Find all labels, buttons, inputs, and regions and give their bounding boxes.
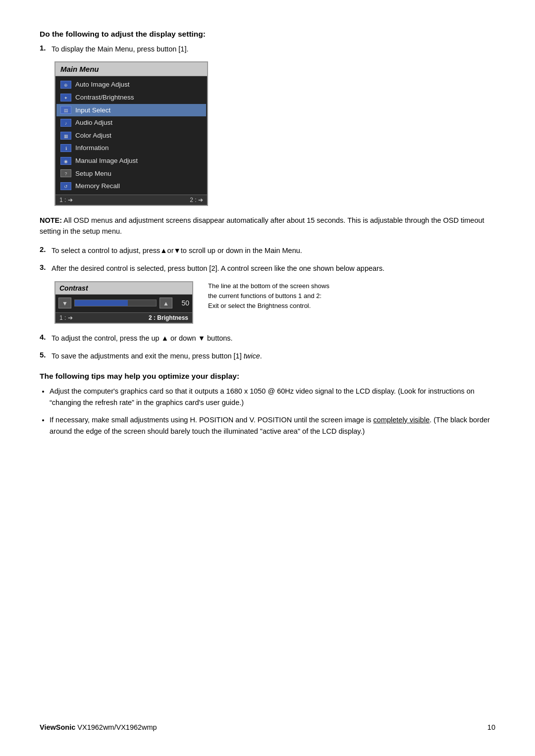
decrease-btn: ▼	[58, 298, 71, 308]
auto-image-adjust-icon: ⊕	[60, 81, 71, 89]
tip-1-text: Adjust the computer's graphics card so t…	[50, 387, 475, 406]
menu-item-auto-image-adjust: ⊕ Auto Image Adjust	[56, 78, 206, 91]
menu-item-label: Auto Image Adjust	[75, 79, 130, 90]
main-menu-diagram: Main Menu ⊕ Auto Image Adjust ✦ Contrast…	[54, 61, 208, 205]
footer: ViewSonic VX1962wm/VX1962wmp 10	[40, 723, 495, 731]
input-select-icon: ▤	[60, 106, 71, 114]
step5-suffix: .	[260, 352, 262, 360]
information-icon: ℹ	[60, 144, 71, 152]
menu-item-manual-image-adjust: ◉ Manual Image Adjust	[56, 154, 206, 167]
setup-menu-icon: ?	[60, 169, 71, 177]
contrast-section: Contrast ▼ ▲ 50 1 : ➔ 2 : Brightness The…	[54, 281, 495, 324]
menu-item-label: Manual Image Adjust	[75, 155, 138, 166]
step3-number: 3.	[40, 263, 49, 274]
section-heading: Do the following to adjust the display s…	[40, 30, 495, 39]
menu-button1-label: 1 : ➔	[59, 197, 73, 203]
step5-italic: twice	[244, 352, 260, 360]
contrast-bottom-bar: 1 : ➔ 2 : Brightness	[55, 312, 192, 323]
step4-number: 4.	[40, 333, 49, 344]
increase-btn: ▲	[160, 298, 172, 308]
contrast-brightness-icon: ✦	[60, 94, 71, 101]
manual-image-adjust-icon: ◉	[60, 157, 71, 165]
contrast-slider-row: ▼ ▲ 50	[58, 298, 189, 308]
contrast-body: ▼ ▲ 50	[55, 295, 192, 312]
note-text: All OSD menus and adjustment screens dis…	[40, 216, 484, 235]
contrast-value: 50	[175, 299, 189, 307]
step4-text: To adjust the control, press the up ▲ or…	[52, 333, 233, 344]
menu-item-input-select: ▤ Input Select	[56, 104, 206, 117]
menu-item-label: Setup Menu	[75, 168, 111, 179]
audio-adjust-icon: ♪	[60, 119, 71, 127]
side-note-line3: Exit or select the Brightness control.	[208, 302, 311, 309]
step1-number: 1.	[40, 44, 49, 54]
tips-heading: The following tips may help you optimize…	[40, 372, 495, 381]
main-menu-title: Main Menu	[55, 62, 207, 76]
contrast-side-note: The line at the bottom of the screen sho…	[208, 281, 329, 311]
menu-bottom-bar: 1 : ➔ 2 : ➔	[55, 195, 207, 205]
menu-item-memory-recall: ↺ Memory Recall	[56, 180, 206, 193]
footer-page-number: 10	[487, 723, 495, 731]
tip-2-underline: completely visible	[374, 416, 430, 424]
contrast-bar	[74, 300, 157, 306]
step5-text: To save the adjustments and exit the men…	[52, 351, 262, 361]
footer-brand-model: ViewSonic VX1962wm/VX1962wmp	[40, 723, 157, 731]
menu-item-label: Memory Recall	[75, 181, 120, 192]
menu-item-setup-menu: ? Setup Menu	[56, 167, 206, 180]
step3-text: After the desired control is selected, p…	[52, 263, 384, 274]
contrast-button1-label: 1 : ➔	[59, 314, 73, 321]
menu-item-contrast-brightness: ✦ Contrast/Brightness	[56, 91, 206, 104]
menu-item-label: Color Adjust	[75, 130, 111, 141]
side-note-line1: The line at the bottom of the screen sho…	[208, 282, 329, 290]
contrast-diagram: Contrast ▼ ▲ 50 1 : ➔ 2 : Brightness	[54, 281, 193, 324]
note-block: NOTE: All OSD menus and adjustment scree…	[40, 215, 495, 237]
contrast-title: Contrast	[55, 282, 192, 295]
step2-number: 2.	[40, 245, 49, 256]
memory-recall-icon: ↺	[60, 182, 71, 190]
note-label: NOTE:	[40, 216, 62, 224]
menu-button2-label: 2 : ➔	[190, 197, 203, 203]
tip-1: Adjust the computer's graphics card so t…	[50, 386, 495, 408]
step5-prefix: To save the adjustments and exit the men…	[52, 352, 244, 360]
contrast-bar-fill	[75, 300, 128, 306]
color-adjust-icon: ▦	[60, 132, 71, 140]
menu-item-label: Contrast/Brightness	[75, 92, 134, 103]
step5-number: 5.	[40, 351, 49, 361]
menu-item-audio-adjust: ♪ Audio Adjust	[56, 116, 206, 129]
footer-model: VX1962wm/VX1962wmp	[75, 723, 157, 731]
tips-list: Adjust the computer's graphics card so t…	[50, 386, 495, 438]
footer-brand: ViewSonic	[40, 723, 75, 731]
contrast-button2-label: 2 : Brightness	[149, 314, 188, 321]
step2-text: To select a control to adjust, press▲or▼…	[52, 245, 302, 256]
step1-text: To display the Main Menu, press button […	[52, 44, 188, 54]
menu-item-label: Input Select	[75, 105, 110, 116]
menu-item-label: Information	[75, 143, 109, 153]
tip-2: If necessary, make small adjustments usi…	[50, 414, 495, 437]
side-note-line2: the current functions of buttons 1 and 2…	[208, 292, 321, 300]
menu-item-color-adjust: ▦ Color Adjust	[56, 129, 206, 142]
menu-items-area: ⊕ Auto Image Adjust ✦ Contrast/Brightnes…	[55, 76, 207, 194]
menu-item-label: Audio Adjust	[75, 117, 112, 128]
tip-2-prefix: If necessary, make small adjustments usi…	[50, 416, 374, 424]
menu-item-information: ℹ Information	[56, 142, 206, 154]
